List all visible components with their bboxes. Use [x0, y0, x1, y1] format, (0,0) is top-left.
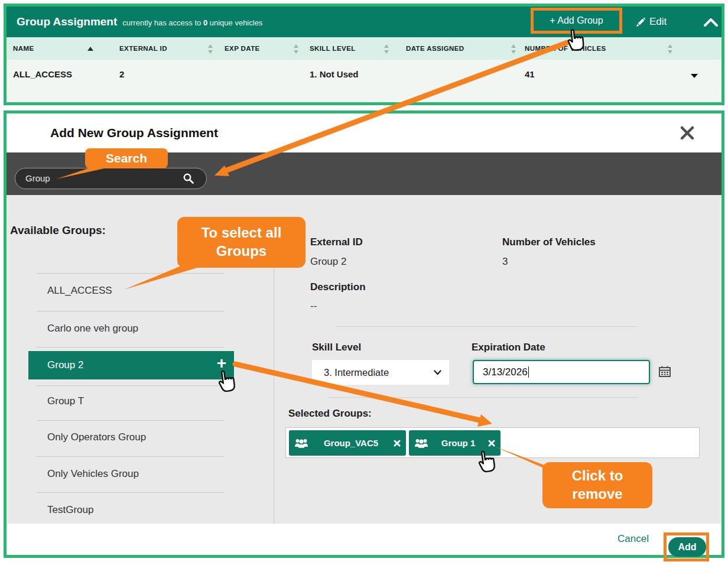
- modal-footer: Cancel: [6, 524, 722, 555]
- collapse-chevron-icon[interactable]: [704, 18, 718, 27]
- list-divider: [37, 347, 225, 348]
- close-icon[interactable]: [680, 125, 695, 141]
- external-id-label: External ID: [310, 236, 363, 248]
- col-external-id[interactable]: EXTERNAL ID: [119, 45, 167, 52]
- group-assignment-card: Group Assignment currently has access to…: [4, 4, 724, 105]
- expiration-date-value: 3/13/2026: [483, 366, 528, 378]
- group-assignment-header: Group Assignment currently has access to…: [6, 7, 722, 37]
- expiration-date-input[interactable]: 3/13/2026: [473, 360, 650, 384]
- number-of-vehicles-label: Number of Vehicles: [502, 236, 596, 248]
- chevron-down-icon: [434, 370, 441, 375]
- card-subtitle: currently has access to 0 unique vehicle…: [122, 18, 262, 27]
- group-people-icon: [414, 438, 428, 449]
- group-list-item[interactable]: ALL_ACCESS: [47, 285, 112, 297]
- calendar-icon[interactable]: [659, 366, 671, 377]
- sort-icon[interactable]: [384, 44, 389, 54]
- selected-groups-label: Selected Groups:: [288, 408, 372, 420]
- sort-icon[interactable]: [294, 44, 299, 54]
- search-icon[interactable]: [183, 173, 194, 184]
- col-name[interactable]: NAME: [13, 45, 34, 52]
- skill-level-label: Skill Level: [312, 342, 361, 353]
- vehicle-count: 0: [203, 18, 207, 27]
- col-exp-date[interactable]: EXP DATE: [225, 45, 260, 52]
- detail-divider: [329, 397, 638, 398]
- group-list-item-selected[interactable]: Group 2 +: [28, 351, 234, 379]
- skill-level-value: 3. Intermediate: [324, 360, 389, 385]
- add-group-button[interactable]: + Add Group: [531, 8, 622, 34]
- description-value: --: [310, 300, 317, 312]
- edit-label: Edit: [649, 16, 667, 28]
- edit-button[interactable]: Edit: [636, 7, 667, 37]
- list-divider: [37, 273, 225, 274]
- group-list-item[interactable]: TestGroup: [47, 504, 93, 516]
- search-input-value: Group: [25, 168, 50, 189]
- detail-divider: [336, 326, 637, 327]
- remove-chip-icon[interactable]: [488, 440, 495, 447]
- expiration-date-label: Expiration Date: [472, 342, 545, 353]
- modal-header: Add New Group Assignment: [6, 113, 722, 152]
- row-expand-caret-icon[interactable]: [691, 74, 698, 78]
- table-row[interactable]: ALL_ACCESS 2 1. Not Used 41: [6, 60, 722, 102]
- col-date-assigned[interactable]: DATE ASSIGNED: [406, 45, 464, 52]
- selected-group-chip: Group_VAC5: [289, 430, 406, 456]
- list-divider: [37, 492, 225, 493]
- sort-icon[interactable]: [668, 44, 673, 54]
- cancel-button[interactable]: Cancel: [618, 533, 649, 545]
- table-column-header: NAME EXTERNAL ID EXP DATE SKILL LEVEL DA…: [6, 37, 722, 60]
- card-title: Group Assignment: [17, 15, 117, 28]
- sort-asc-icon[interactable]: [87, 47, 93, 51]
- group-list-item[interactable]: Group T: [47, 395, 84, 407]
- list-divider: [37, 385, 225, 386]
- screenshot-root: Group Assignment currently has access to…: [0, 0, 728, 565]
- external-id-value: Group 2: [310, 256, 346, 268]
- available-groups-label: Available Groups:: [10, 224, 106, 237]
- group-list-item[interactable]: Carlo one veh group: [47, 323, 138, 335]
- cell-skill-level: 1. Not Used: [310, 69, 359, 79]
- col-skill-level[interactable]: SKILL LEVEL: [310, 45, 356, 52]
- search-callout: Search: [85, 148, 168, 168]
- panel-divider: [274, 266, 274, 524]
- col-number-of-vehicles[interactable]: NUMBER OF VEHICLES: [525, 45, 606, 52]
- modal-title: Add New Group Assignment: [50, 113, 218, 152]
- number-of-vehicles-value: 3: [502, 256, 508, 268]
- add-button[interactable]: Add: [668, 537, 706, 557]
- add-selected-group-plus-icon[interactable]: +: [217, 354, 226, 373]
- skill-level-select[interactable]: 3. Intermediate: [312, 360, 449, 385]
- sort-icon[interactable]: [511, 44, 516, 54]
- click-to-remove-callout: Click to remove: [542, 462, 652, 508]
- cell-name: ALL_ACCESS: [13, 69, 72, 79]
- text-cursor: [528, 366, 529, 378]
- sort-icon[interactable]: [208, 44, 213, 54]
- group-people-icon: [294, 438, 308, 449]
- cell-external-id: 2: [119, 69, 124, 79]
- list-divider: [37, 311, 225, 311]
- selected-group-chip: Group 1: [409, 430, 500, 456]
- list-divider: [37, 456, 225, 457]
- search-input[interactable]: Group: [15, 168, 207, 189]
- remove-chip-icon[interactable]: [394, 440, 401, 447]
- description-label: Description: [310, 281, 366, 293]
- select-all-groups-callout: To select all Groups: [177, 217, 306, 268]
- chip-label: Group 1: [428, 438, 488, 448]
- selected-groups-box[interactable]: Group_VAC5 Group 1: [285, 427, 700, 458]
- group-list-item[interactable]: Only Vehicles Group: [47, 468, 139, 480]
- chip-label: Group_VAC5: [308, 438, 394, 448]
- list-divider: [37, 420, 225, 421]
- cell-number-of-vehicles: 41: [525, 69, 535, 79]
- pencil-icon: [636, 18, 645, 27]
- group-list-item[interactable]: Only Operators Group: [47, 431, 146, 443]
